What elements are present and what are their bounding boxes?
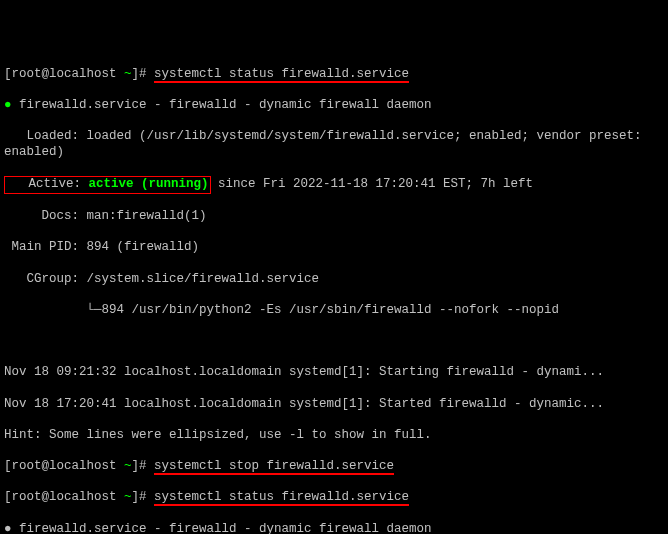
loaded-line-1: Loaded: loaded (/usr/lib/systemd/system/… (4, 129, 664, 160)
command-2[interactable]: systemctl stop firewalld.service (154, 459, 394, 475)
blank-line (4, 334, 664, 350)
cgroup-line-1: CGroup: /system.slice/firewalld.service (4, 272, 664, 288)
command-1[interactable]: systemctl status firewalld.service (154, 67, 409, 83)
close-bracket: ]# (132, 67, 155, 81)
hint-line: Hint: Some lines were ellipsized, use -l… (4, 428, 664, 444)
tilde: ~ (124, 67, 132, 81)
log-line: Nov 18 09:21:32 localhost.localdomain sy… (4, 365, 664, 381)
log-line: Nov 18 17:20:41 localhost.localdomain sy… (4, 397, 664, 413)
status-title-2: ● firewalld.service - firewalld - dynami… (4, 522, 664, 534)
active-value: active (running) (89, 177, 209, 191)
tree-prefix: └─ (4, 303, 102, 317)
command-3[interactable]: systemctl status firewalld.service (154, 490, 409, 506)
prompt-line-3: [root@localhost ~]# systemctl status fir… (4, 490, 664, 506)
user-host: root@localhost (12, 67, 125, 81)
pid-line-1: Main PID: 894 (firewalld) (4, 240, 664, 256)
inactive-dot-icon: ● (4, 522, 12, 534)
cgroup-line-2: └─894 /usr/bin/python2 -Es /usr/sbin/fir… (4, 303, 664, 319)
active-label: Active: (6, 177, 89, 191)
cgroup-cmd: 894 /usr/bin/python2 -Es /usr/sbin/firew… (102, 303, 560, 317)
status-title-1: ● firewalld.service - firewalld - dynami… (4, 98, 664, 114)
service-title: firewalld.service - firewalld - dynamic … (12, 522, 432, 534)
prompt-line-1: [root@localhost ~]# systemctl status fir… (4, 67, 664, 83)
active-dot-icon: ● (4, 98, 12, 112)
active-line-1: Active: active (running) since Fri 2022-… (4, 176, 664, 194)
prompt-line-2: [root@localhost ~]# systemctl stop firew… (4, 459, 664, 475)
bracket: [ (4, 67, 12, 81)
active-rest: since Fri 2022-11-18 17:20:41 EST; 7h le… (211, 177, 534, 191)
docs-line-1: Docs: man:firewalld(1) (4, 209, 664, 225)
service-title: firewalld.service - firewalld - dynamic … (12, 98, 432, 112)
